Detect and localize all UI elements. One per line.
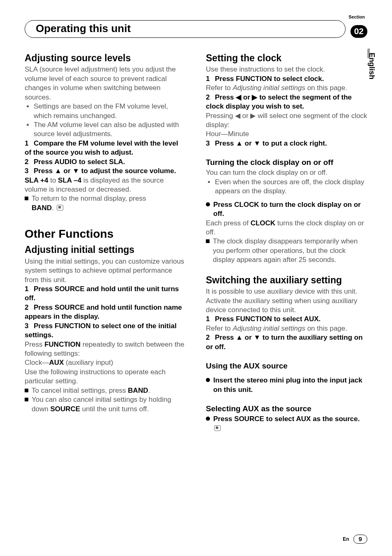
chapter-title-pill: Operating this unit <box>25 20 346 38</box>
step-row: 1Press FUNCTION to select AUX. <box>206 315 367 324</box>
text: on this page. <box>305 324 347 332</box>
note-text: To return to the normal display, press B… <box>32 194 146 213</box>
text-bold: SLA –4 <box>58 176 81 184</box>
action-row: Press CLOCK to turn the clock display on… <box>206 200 367 219</box>
square-bullet-icon <box>25 389 28 392</box>
heading-setting-the-clock: Setting the clock <box>206 52 367 64</box>
section-label: Section <box>348 14 365 19</box>
text: . <box>148 387 150 394</box>
para-aux-intro: It is possible to use auxiliary device w… <box>206 287 367 315</box>
text-bold: CLOCK <box>251 219 275 227</box>
step-row: 2Press ▲ or ▼ to turn the auxiliary sett… <box>206 333 367 352</box>
step-text: Press ▲ or ▼ to adjust the source volume… <box>34 167 176 175</box>
heading-adjusting-initial-settings: Adjusting initial settings <box>25 243 186 256</box>
end-section-icon <box>57 205 63 211</box>
circle-bullet-icon <box>206 417 210 421</box>
heading-switching-aux: Switching the auxiliary setting <box>206 274 367 286</box>
action-text: Insert the stereo mini plug into the inp… <box>213 376 367 394</box>
text-bold: BAND <box>128 387 148 394</box>
step-row: 1Compare the FM volume level with the le… <box>25 139 186 158</box>
page: Section Operating this unit 02 English A… <box>0 0 392 556</box>
text-bold: AUX <box>49 359 64 366</box>
bullet-list-sla: Settings are based on the FM volume leve… <box>25 102 186 139</box>
step-text: Compare the FM volume level with the lev… <box>25 139 178 156</box>
text: Press SOURCE to select AUX as the source… <box>213 415 360 423</box>
footer-lang: En <box>343 536 349 542</box>
heading-turning-clock-display: Turning the clock display on or off <box>206 157 367 167</box>
para-hour-minute: Hour—Minute <box>206 130 367 139</box>
step-text: Press ◀ or ▶ to select the segment of th… <box>206 93 352 110</box>
left-column: Adjusting source levels SLA (source leve… <box>25 52 186 433</box>
para-setting-clock-intro: Use these instructions to set the clock. <box>206 65 367 74</box>
para-press-function: Press FUNCTION repeatedly to switch betw… <box>25 340 186 359</box>
list-item: Even when the sources are off, the clock… <box>215 178 367 196</box>
step-text: Press FUNCTION to select clock. <box>215 75 324 83</box>
list-item: The AM volume level can also be adjusted… <box>34 120 186 139</box>
para-turning-intro: You can turn the clock display on or off… <box>206 168 367 177</box>
page-number-badge: 9 <box>353 535 367 544</box>
heading-adjusting-source-levels: Adjusting source levels <box>25 52 186 64</box>
right-column: Setting the clock Use these instructions… <box>206 52 367 433</box>
step-row: 3Press ▲ or ▼ to put a clock right. <box>206 139 367 148</box>
text: (auxiliary input) <box>64 359 113 366</box>
step-text: Press AUDIO to select SLA. <box>34 158 125 166</box>
text-bold: FUNCTION <box>44 341 81 348</box>
step-text: Press ▲ or ▼ to turn the auxiliary setti… <box>206 334 363 350</box>
page-footer: En 9 <box>343 535 367 544</box>
step-row: 1Press FUNCTION to select clock. <box>206 74 367 83</box>
text: To return to the normal display, press <box>32 195 146 202</box>
square-bullet-icon <box>25 398 28 401</box>
bullet-list-clock: Even when the sources are off, the clock… <box>206 178 367 196</box>
text: Press <box>25 341 44 348</box>
text: until the unit turns off. <box>80 405 149 413</box>
text: Each press of <box>206 219 251 227</box>
header-row: Section Operating this unit 02 <box>25 14 367 38</box>
square-bullet-icon <box>25 197 28 200</box>
chapter-title: Operating this unit <box>36 22 131 35</box>
para-sla-range: SLA +4 to SLA –4 is displayed as the sou… <box>25 176 186 195</box>
text: Refer to <box>206 324 233 332</box>
note-text: You can also cancel initial settings by … <box>32 395 186 414</box>
text-bold: SOURCE <box>50 405 80 413</box>
square-bullet-icon <box>206 239 210 243</box>
action-text: Press SOURCE to select AUX as the source… <box>213 415 367 433</box>
step-text: Press SOURCE and hold until function nam… <box>25 303 182 320</box>
circle-bullet-icon <box>206 202 210 206</box>
para-each-press: Each press of CLOCK turns the clock disp… <box>206 219 367 237</box>
list-item: Settings are based on the FM volume leve… <box>34 102 186 120</box>
text: Clock— <box>25 359 49 366</box>
para-refer: Refer to Adjusting initial settings on t… <box>206 83 367 93</box>
text: to <box>48 176 58 184</box>
para-refer-aux: Refer to Adjusting initial settings on t… <box>206 324 367 333</box>
action-row: Press SOURCE to select AUX as the source… <box>206 415 367 433</box>
step-text: Press FUNCTION to select AUX. <box>215 315 321 323</box>
para-sla-intro: SLA (source level adjustment) lets you a… <box>25 65 186 102</box>
heading-other-functions: Other Functions <box>25 227 186 242</box>
text-italic: Adjusting initial settings <box>233 84 305 92</box>
step-text: Press ▲ or ▼ to put a clock right. <box>215 139 327 147</box>
step-row: 2Press SOURCE and hold until function na… <box>25 303 186 322</box>
end-section-icon <box>214 425 221 431</box>
step-row: 3Press FUNCTION to select one of the ini… <box>25 322 186 340</box>
note-text: To cancel initial settings, press BAND. <box>32 386 150 395</box>
note-row: To cancel initial settings, press BAND. <box>25 386 186 395</box>
language-tab: English <box>366 49 377 83</box>
note-text: The clock display disappears temporarily… <box>213 237 367 264</box>
text-italic: Adjusting initial settings <box>233 324 305 332</box>
para-clock-aux: Clock—AUX (auxiliary input) <box>25 358 186 367</box>
step-row: 3Press ▲ or ▼ to adjust the source volum… <box>25 167 186 176</box>
text: . <box>52 204 54 212</box>
text-bold: BAND <box>32 204 52 212</box>
para-step2-body: Pressing ◀ or ▶ will select one segment … <box>206 111 367 130</box>
action-row: Insert the stereo mini plug into the inp… <box>206 376 367 394</box>
text: To cancel initial settings, press <box>32 387 128 394</box>
step-row: 1Press SOURCE and hold until the unit tu… <box>25 285 186 303</box>
section-number-badge: 02 <box>350 25 367 38</box>
text: on this page. <box>305 84 347 92</box>
action-text: Press CLOCK to turn the clock display on… <box>213 200 367 219</box>
step-text: Press SOURCE and hold until the unit tur… <box>25 285 179 302</box>
text: Refer to <box>206 84 233 92</box>
heading-using-aux-source: Using the AUX source <box>206 361 367 371</box>
para-initial-intro: Using the initial settings, you can cust… <box>25 257 186 285</box>
step-row: 2Press AUDIO to select SLA. <box>25 158 186 167</box>
